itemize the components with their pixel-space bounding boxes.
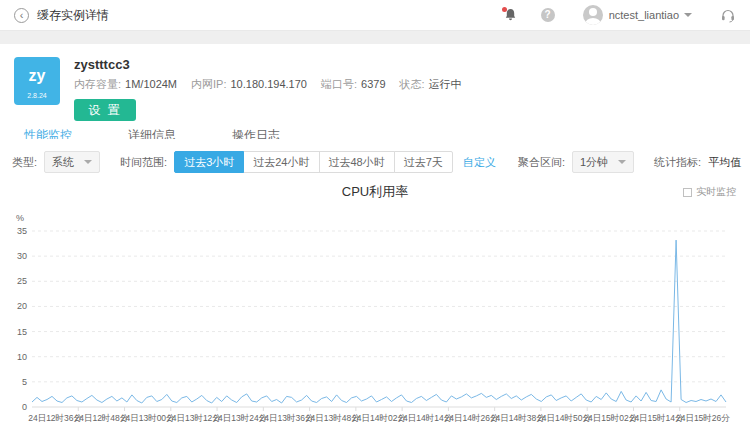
- support-button[interactable]: [720, 8, 736, 23]
- help-icon[interactable]: ?: [541, 8, 555, 22]
- field-label: 内网IP:: [191, 78, 226, 90]
- type-label: 类型:: [12, 155, 37, 170]
- field-status: 状态:运行中: [400, 77, 462, 92]
- filter-bar: 类型: 系统 时间范围: 过去3小时 过去24小时 过去48小时 过去7天 自定…: [0, 139, 750, 173]
- realtime-label: 实时监控: [696, 185, 736, 199]
- headset-icon: [720, 8, 736, 23]
- top-bar: ‹ 缓存实例详情 ? nctest_liantiao: [0, 0, 750, 31]
- range-48h-button[interactable]: 过去48小时: [319, 151, 395, 173]
- instance-summary: zy 2.8.24 zystttcc3 内存容量:1M/1024M 内网IP:1…: [0, 44, 750, 125]
- aggregation-label: 聚合区间:: [518, 155, 565, 170]
- cpu-series-line: [32, 240, 726, 403]
- range-24h-button[interactable]: 过去24小时: [243, 151, 319, 173]
- field-internal-ip: 内网IP:10.180.194.170: [191, 77, 307, 92]
- instance-version: 2.8.24: [27, 92, 46, 99]
- notification-badge: [502, 7, 507, 12]
- time-range-label: 时间范围:: [120, 155, 167, 170]
- statistic-value: 平均值: [708, 155, 741, 170]
- back-button[interactable]: ‹ 缓存实例详情: [14, 7, 109, 24]
- field-port: 端口号:6379: [321, 77, 386, 92]
- chevron-down-icon: [684, 13, 692, 17]
- type-select[interactable]: 系统: [44, 151, 100, 173]
- chevron-down-icon: [618, 160, 626, 164]
- field-value: 10.180.194.170: [231, 78, 307, 90]
- field-value: 6379: [361, 78, 385, 90]
- settings-button[interactable]: 设 置: [74, 99, 136, 121]
- aggregation-select-value: 1分钟: [580, 155, 608, 170]
- topbar-actions: ? nctest_liantiao: [504, 5, 736, 25]
- cpu-utilization-chart: 05101520253035%24日12时36分24日12时48分24日13时0…: [8, 211, 742, 436]
- y-axis-unit-label: %: [16, 213, 24, 223]
- avatar: [583, 5, 603, 25]
- page-title: 缓存实例详情: [37, 7, 109, 24]
- field-label: 端口号:: [321, 78, 357, 90]
- y-tick-label: 20: [17, 301, 27, 311]
- y-tick-label: 10: [17, 352, 27, 362]
- field-value: 1M/1024M: [125, 78, 177, 90]
- monitoring-panel: 类型: 系统 时间范围: 过去3小时 过去24小时 过去48小时 过去7天 自定…: [0, 139, 750, 436]
- field-memory: 内存容量:1M/1024M: [74, 77, 177, 92]
- back-arrow-icon: ‹: [14, 8, 29, 23]
- chart-title: CPU利用率: [0, 183, 750, 201]
- statistic-label: 统计指标:: [654, 155, 701, 170]
- instance-icon-text: zy: [29, 68, 46, 84]
- instance-name: zystttcc3: [74, 57, 476, 72]
- range-7d-button[interactable]: 过去7天: [394, 151, 453, 173]
- y-tick-label: 30: [17, 251, 27, 261]
- y-tick-label: 35: [17, 226, 27, 236]
- username: nctest_liantiao: [609, 9, 679, 21]
- aggregation-select[interactable]: 1分钟: [572, 151, 634, 173]
- y-tick-label: 15: [17, 327, 27, 337]
- y-tick-label: 25: [17, 276, 27, 286]
- range-3h-button[interactable]: 过去3小时: [174, 151, 244, 173]
- notifications-button[interactable]: [504, 8, 517, 22]
- status-badge: 运行中: [429, 78, 462, 90]
- checkbox-icon[interactable]: [683, 188, 692, 197]
- type-select-value: 系统: [52, 155, 74, 170]
- instance-fields: 内存容量:1M/1024M 内网IP:10.180.194.170 端口号:63…: [74, 77, 476, 92]
- y-tick-label: 5: [22, 377, 27, 387]
- instance-card: zy 2.8.24 zystttcc3 内存容量:1M/1024M 内网IP:1…: [0, 44, 750, 153]
- realtime-monitoring-toggle[interactable]: 实时监控: [683, 185, 736, 199]
- user-menu[interactable]: nctest_liantiao: [583, 5, 692, 25]
- field-label: 内存容量:: [74, 78, 121, 90]
- chevron-down-icon: [84, 160, 92, 164]
- custom-range-link[interactable]: 自定义: [463, 155, 496, 170]
- chart-header: CPU利用率 实时监控: [0, 183, 750, 207]
- instance-type-icon: zy 2.8.24: [14, 57, 60, 105]
- x-tick-label: 24日15时26分: [676, 413, 730, 423]
- field-label: 状态:: [400, 78, 425, 90]
- y-tick-label: 0: [22, 402, 27, 412]
- time-range-group: 过去3小时 过去24小时 过去48小时 过去7天: [174, 151, 453, 173]
- instance-info: zystttcc3 内存容量:1M/1024M 内网IP:10.180.194.…: [74, 57, 476, 121]
